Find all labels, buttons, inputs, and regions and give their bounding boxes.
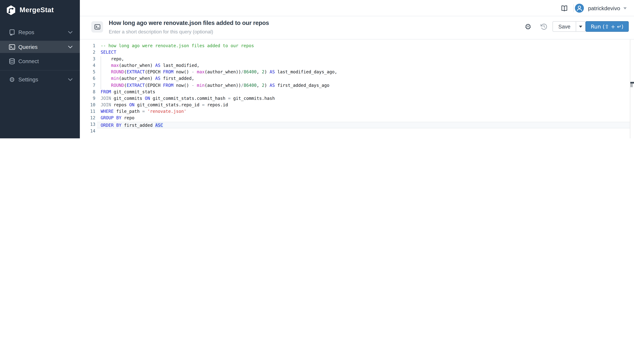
query-terminal-icon xyxy=(91,21,103,33)
code-line: JOIN repos ON git_commit_stats.repo_id =… xyxy=(97,102,630,109)
code-line: min(author_when) AS first_added, xyxy=(97,76,630,82)
avatar[interactable] xyxy=(575,4,584,13)
code-line: max(author_when) AS last_modified, xyxy=(97,63,630,69)
editor-scrollbar-corner xyxy=(630,82,634,84)
chevron-down-icon xyxy=(68,31,72,34)
code-line: ORDER BY first_added ASC xyxy=(97,122,630,128)
code-line: GROUP BY repo xyxy=(97,115,630,122)
database-icon xyxy=(8,58,16,64)
logo[interactable]: MergeStat xyxy=(6,5,54,16)
top-bar: patrickdevivo xyxy=(80,0,634,16)
save-button[interactable]: Save xyxy=(552,21,586,32)
run-button[interactable]: Run (⇧ + ↵) xyxy=(586,21,628,32)
book-icon xyxy=(8,29,16,36)
logo-text: MergeStat xyxy=(20,6,54,14)
query-settings-gear-icon[interactable]: ⚙ xyxy=(524,22,532,31)
sidebar: MergeStat Repos Queries xyxy=(0,0,80,138)
sidebar-item-label: Queries xyxy=(18,44,38,50)
mergestat-logo-icon xyxy=(6,5,16,16)
chevron-down-icon xyxy=(68,78,72,81)
code-line: ROUND(EXTRACT(EPOCH FROM now() - min(aut… xyxy=(97,82,630,89)
code-line: ROUND(EXTRACT(EPOCH FROM now() - max(aut… xyxy=(97,69,630,76)
sidebar-item-queries[interactable]: Queries xyxy=(0,41,80,53)
mergestat-app: MergeStat Repos Queries xyxy=(0,0,634,138)
code-line: -- how long ago were renovate.json files… xyxy=(97,43,630,50)
query-title[interactable]: How long ago were renovate.json files ad… xyxy=(109,20,269,26)
line-numbers: 1234567891011121314 xyxy=(80,43,95,135)
user-caret-icon[interactable] xyxy=(624,7,627,9)
sidebar-item-label: Connect xyxy=(18,58,39,64)
editor-scrollbar-thumb[interactable] xyxy=(630,84,632,87)
code-lines: -- how long ago were renovate.json files… xyxy=(97,43,630,135)
sidebar-item-label: Settings xyxy=(18,76,38,82)
query-history-icon[interactable] xyxy=(540,23,548,30)
sidebar-divider xyxy=(0,70,80,70)
terminal-icon xyxy=(8,43,16,50)
user-menu[interactable]: patrickdevivo xyxy=(588,5,620,11)
sidebar-item-settings[interactable]: ⚙ Settings xyxy=(0,73,80,86)
sidebar-item-connect[interactable]: Connect xyxy=(0,55,80,67)
code-line: JOIN git_commits ON git_commit_stats.com… xyxy=(97,96,630,102)
save-dropdown-button[interactable] xyxy=(576,22,585,32)
sql-editor[interactable]: 1234567891011121314 -- how long ago were… xyxy=(80,40,634,138)
sidebar-item-label: Repos xyxy=(18,29,34,35)
code-line: WHERE file_path = 'renovate.json' xyxy=(97,109,630,115)
code-line: SELECT xyxy=(97,50,630,56)
gear-icon: ⚙ xyxy=(8,76,16,83)
code-line: repo, xyxy=(97,56,630,63)
query-header: How long ago were renovate.json files ad… xyxy=(80,16,634,40)
sidebar-item-repos[interactable]: Repos xyxy=(0,26,80,38)
docs-book-icon[interactable] xyxy=(561,4,568,12)
code-line xyxy=(97,128,630,135)
topbar-divider xyxy=(573,4,574,12)
query-description-input[interactable]: Enter a short description for this query… xyxy=(109,29,213,35)
code-line: FROM git_commit_stats xyxy=(97,89,630,96)
chevron-down-icon xyxy=(68,46,72,48)
save-button-label[interactable]: Save xyxy=(553,22,576,32)
editor-scrollbar-track xyxy=(630,40,630,138)
